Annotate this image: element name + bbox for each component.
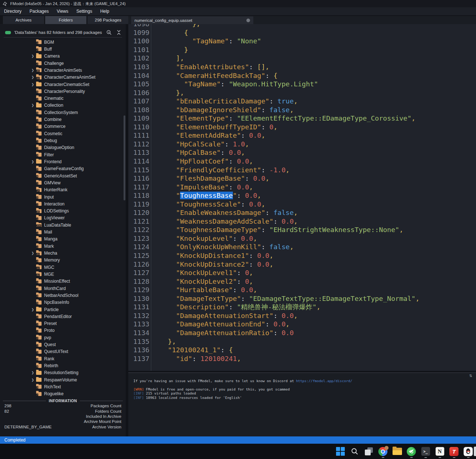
- expand-arrow-icon[interactable]: ❯: [31, 68, 36, 72]
- menu-directory[interactable]: Directory: [0, 7, 26, 15]
- expand-arrow-icon[interactable]: ❯: [31, 75, 36, 79]
- tree-folder-CollectionSystem[interactable]: 5CollectionSystem: [0, 109, 126, 116]
- tree-folder-Challenge[interactable]: 2Challenge: [0, 60, 126, 67]
- tree-folder-DialogueOption[interactable]: 2DialogueOption: [0, 144, 126, 151]
- chrome-icon[interactable]: [376, 444, 390, 459]
- line-content: "120100241_1": {: [152, 346, 476, 354]
- file-explorer-icon[interactable]: [390, 444, 404, 459]
- close-tab-icon[interactable]: [246, 19, 250, 22]
- tree-folder-Roguelike[interactable]: 7Roguelike: [0, 391, 126, 397]
- tree-folder-Manga[interactable]: 1Manga: [0, 236, 126, 243]
- start-icon[interactable]: [333, 444, 347, 459]
- collapse-all-icon[interactable]: [116, 30, 122, 35]
- tree-folder-pvp[interactable]: 2pvp: [0, 334, 126, 341]
- expand-arrow-icon[interactable]: ❯: [31, 308, 36, 311]
- line-content: "ElementAddRate": 0.0,: [152, 132, 476, 139]
- taskbar-overflow-item[interactable]: [474, 447, 476, 456]
- tree-folder-HunterRank[interactable]: 14HunterRank: [0, 187, 126, 193]
- task-view-icon[interactable]: [362, 444, 376, 459]
- tree-folder-Rebirth[interactable]: 4Rebirth: [0, 362, 126, 369]
- tree-folder-CharacterCameraAnimSet[interactable]: ❯12CharacterCameraAnimSet: [0, 74, 126, 81]
- folder-icon: 1: [36, 237, 42, 241]
- expand-arrow-icon[interactable]: ❯: [31, 378, 36, 382]
- discord-link[interactable]: https://fmodel.app/discord/: [296, 379, 352, 383]
- tree-folder-Preset[interactable]: 1Preset: [0, 320, 126, 327]
- tencent-app-icon[interactable]: T: [447, 444, 461, 459]
- tree-folder-Rank[interactable]: 6Rank: [0, 355, 126, 362]
- tree-folder-Mecha[interactable]: ❯20Mecha: [0, 250, 126, 256]
- line-content: "FriendlyCoefficient": -1.0,: [152, 166, 476, 174]
- expand-arrow-icon[interactable]: ❯: [31, 54, 36, 58]
- notion-icon[interactable]: N: [433, 444, 447, 459]
- tree-folder-Cinematic[interactable]: 1Cinematic: [0, 95, 126, 102]
- code-line: 1108 "bDamageIgnoreShield": false,: [128, 105, 476, 114]
- tab-298-packages[interactable]: 298 Packages: [87, 16, 129, 24]
- tree-folder-Particle[interactable]: ❯Particle: [0, 306, 126, 313]
- search-icon[interactable]: [347, 444, 362, 459]
- expand-arrow-icon[interactable]: ❯: [31, 251, 36, 255]
- tree-folder-ResolutionSetting[interactable]: ❯ResolutionSetting: [0, 369, 126, 376]
- expand-log-icon[interactable]: ⇅: [469, 374, 472, 378]
- tree-folder-CharacterCinematicSet[interactable]: ❯CharacterCinematicSet: [0, 81, 126, 88]
- tree-folder-CharacterPersonality[interactable]: 5CharacterPersonality: [0, 88, 126, 95]
- game-booster-icon[interactable]: [404, 444, 418, 459]
- tree-folder-Commerce[interactable]: 2Commerce: [0, 123, 126, 130]
- tree-folder-GMView[interactable]: 1GMView: [0, 179, 126, 186]
- folder-label: CharacterCinematicSet: [44, 82, 89, 87]
- tree-folder-MissionEffect[interactable]: 1MissionEffect: [0, 278, 126, 285]
- expand-arrow-icon[interactable]: ❯: [31, 371, 36, 374]
- tree-folder-QuestUIText[interactable]: 1QuestUIText: [0, 348, 126, 355]
- tree-folder-Memory[interactable]: 3Memory: [0, 257, 126, 264]
- tab-folders[interactable]: Folders: [45, 16, 86, 24]
- tree-folder-RichText[interactable]: 3RichText: [0, 383, 126, 390]
- tree-folder-Collection[interactable]: ❯Collection: [0, 102, 126, 109]
- tree-folder-RespawnVolume[interactable]: ❯RespawnVolume: [0, 376, 126, 383]
- tree-folder-MGC[interactable]: 12MGC: [0, 264, 126, 271]
- tab-open-file[interactable]: numerical_config_equip.uasset: [131, 16, 253, 24]
- menu-views[interactable]: Views: [53, 7, 73, 15]
- terminal-icon[interactable]: >_: [418, 444, 433, 459]
- tree-folder-Filter[interactable]: 3Filter: [0, 151, 126, 158]
- tree-folder-GenericAssetSet[interactable]: 4GenericAssetSet: [0, 172, 126, 179]
- tree-folder-PendantEditor[interactable]: 1PendantEditor: [0, 313, 126, 320]
- folder-icon: 2: [36, 61, 42, 65]
- tree-folder-LODSettings[interactable]: 45LODSettings: [0, 208, 126, 215]
- tree-folder-GameFeatureConfig[interactable]: 8GameFeatureConfig: [0, 165, 126, 172]
- selected-text[interactable]: ToughnessBase: [180, 192, 233, 199]
- tree-folder-NetbarAndSchool[interactable]: 3NetbarAndSchool: [0, 292, 126, 299]
- tree-folder-Mail[interactable]: 1Mail: [0, 228, 126, 235]
- tree-folder-Camera[interactable]: ❯Camera: [0, 53, 126, 60]
- tree-folder-CharacterAnimSets[interactable]: ❯45CharacterAnimSets: [0, 67, 126, 74]
- tree-folder-Proto[interactable]: 1Proto: [0, 327, 126, 334]
- tree-folder-LuaDataTable[interactable]: 204LuaDataTable: [0, 221, 126, 228]
- folder-icon: [36, 103, 42, 107]
- tree-folder-Mark[interactable]: 1Mark: [0, 243, 126, 250]
- menu-packages[interactable]: Packages: [26, 7, 53, 15]
- menu-settings[interactable]: Settings: [73, 7, 96, 15]
- sidebar-scrollbar[interactable]: [124, 115, 125, 200]
- line-content: },: [152, 24, 476, 28]
- qq-icon[interactable]: [461, 444, 475, 459]
- tree-folder-Cosmetic[interactable]: 1Cosmetic: [0, 130, 126, 137]
- tree-folder-Input[interactable]: 8Input: [0, 193, 126, 200]
- tree-folder-Interaction[interactable]: 1Interaction: [0, 200, 126, 207]
- expand-arrow-icon[interactable]: ❯: [31, 103, 36, 107]
- tree-folder-Buff[interactable]: 2Buff: [0, 46, 126, 52]
- tree-folder-MonthCard[interactable]: 2MonthCard: [0, 285, 126, 292]
- expand-arrow-icon[interactable]: ❯: [31, 83, 36, 86]
- tree-folder-BGM[interactable]: 1BGM: [0, 39, 126, 46]
- tree-folder-NpcBaseInfo[interactable]: 5NpcBaseInfo: [0, 299, 126, 306]
- menu-help[interactable]: Help: [96, 7, 113, 15]
- tree-folder-Frontend[interactable]: ❯Frontend: [0, 158, 126, 165]
- tree-folder-Quest[interactable]: 1Quest: [0, 341, 126, 348]
- expand-arrow-icon[interactable]: ❯: [31, 160, 36, 164]
- line-content: "OnlyKnockUpWhenKill": false,: [152, 243, 476, 251]
- search-icon[interactable]: [106, 30, 112, 35]
- folder-label: CharacterCameraAnimSet: [44, 75, 95, 80]
- folder-label: Quest: [44, 342, 56, 347]
- tree-folder-LogViewer[interactable]: 1LogViewer: [0, 215, 126, 221]
- tree-folder-MGE[interactable]: 42MGE: [0, 271, 126, 278]
- tree-folder-Debug[interactable]: 1Debug: [0, 137, 126, 144]
- tree-folder-Combine[interactable]: 1Combine: [0, 116, 126, 123]
- tab-archives[interactable]: Archives: [3, 16, 44, 24]
